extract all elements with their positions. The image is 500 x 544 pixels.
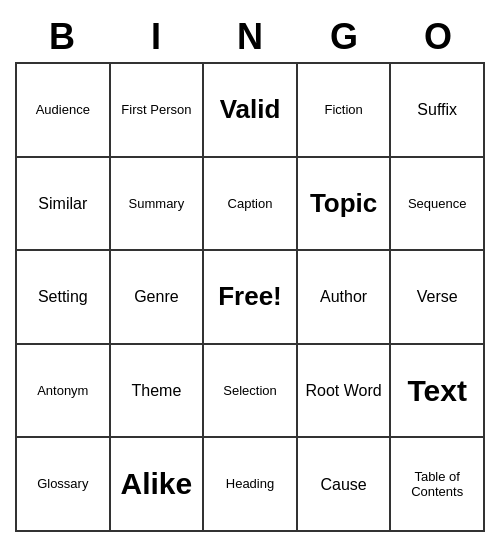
cell-r0-c0: Audience: [17, 64, 111, 158]
cell-r4-c3: Cause: [298, 438, 392, 532]
cell-r0-c1: First Person: [111, 64, 205, 158]
cell-r3-c1: Theme: [111, 345, 205, 439]
bingo-card: BINGO AudienceFirst PersonValidFictionSu…: [15, 12, 485, 532]
cell-r1-c3: Topic: [298, 158, 392, 252]
cell-r4-c1: Alike: [111, 438, 205, 532]
cell-r4-c2: Heading: [204, 438, 298, 532]
cell-r2-c0: Setting: [17, 251, 111, 345]
header-letter: I: [109, 12, 203, 62]
cell-r1-c2: Caption: [204, 158, 298, 252]
cell-r1-c0: Similar: [17, 158, 111, 252]
header-letter: G: [297, 12, 391, 62]
bingo-header: BINGO: [15, 12, 485, 62]
bingo-grid: AudienceFirst PersonValidFictionSuffixSi…: [15, 62, 485, 532]
cell-r4-c0: Glossary: [17, 438, 111, 532]
cell-r1-c1: Summary: [111, 158, 205, 252]
cell-r3-c2: Selection: [204, 345, 298, 439]
cell-r2-c1: Genre: [111, 251, 205, 345]
header-letter: N: [203, 12, 297, 62]
cell-r2-c3: Author: [298, 251, 392, 345]
cell-r2-c4: Verse: [391, 251, 485, 345]
header-letter: O: [391, 12, 485, 62]
header-letter: B: [15, 12, 109, 62]
cell-r0-c3: Fiction: [298, 64, 392, 158]
cell-r0-c2: Valid: [204, 64, 298, 158]
cell-r1-c4: Sequence: [391, 158, 485, 252]
cell-r3-c4: Text: [391, 345, 485, 439]
cell-r3-c0: Antonym: [17, 345, 111, 439]
cell-r4-c4: Table of Contents: [391, 438, 485, 532]
cell-r3-c3: Root Word: [298, 345, 392, 439]
cell-r0-c4: Suffix: [391, 64, 485, 158]
cell-r2-c2: Free!: [204, 251, 298, 345]
